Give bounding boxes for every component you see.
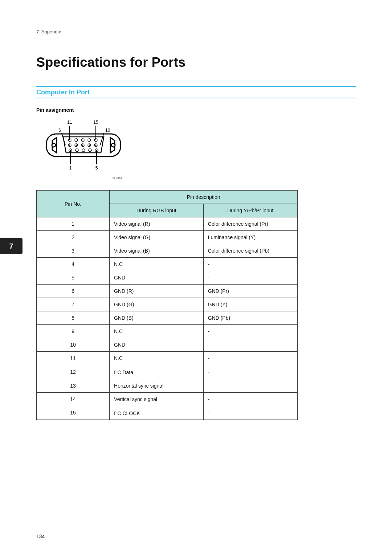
cell-rgb: I2C CLOCK bbox=[110, 406, 204, 420]
table-row: 15I2C CLOCK- bbox=[37, 406, 298, 420]
cell-ypbpr: - bbox=[203, 325, 297, 338]
svg-point-7 bbox=[75, 139, 78, 142]
svg-point-3 bbox=[52, 143, 56, 147]
breadcrumb: 7. Appendix bbox=[36, 29, 356, 34]
cell-ypbpr: - bbox=[203, 392, 297, 406]
table-row: 6GND (R)GND (Pr) bbox=[37, 285, 298, 298]
cell-ypbpr: GND (Pr) bbox=[203, 285, 297, 298]
cell-rgb: GND bbox=[110, 338, 204, 352]
svg-point-19 bbox=[89, 145, 90, 146]
chapter-tab: 7 bbox=[0, 238, 23, 254]
cell-ypbpr: Color difference signal (Pr) bbox=[203, 217, 297, 231]
page-title: Specifications for Ports bbox=[36, 55, 356, 70]
table-row: 12I2C Data- bbox=[37, 365, 298, 379]
cell-pin-no: 10 bbox=[37, 338, 110, 352]
cell-rgb: Horizontal sync signal bbox=[110, 379, 204, 392]
svg-point-23 bbox=[82, 149, 85, 152]
cell-rgb: GND (R) bbox=[110, 285, 204, 298]
subheading: Pin assignment bbox=[36, 107, 356, 113]
table-row: 3Video signal (B)Color difference signal… bbox=[37, 244, 298, 258]
cell-rgb: N.C bbox=[110, 258, 204, 271]
svg-point-17 bbox=[76, 145, 77, 146]
cell-pin-no: 9 bbox=[37, 325, 110, 338]
cell-ypbpr: - bbox=[203, 258, 297, 271]
cell-pin-no: 3 bbox=[37, 244, 110, 258]
th-rgb: During RGB input bbox=[110, 204, 204, 217]
cell-pin-no: 1 bbox=[37, 217, 110, 231]
th-pin-description: Pin description bbox=[110, 191, 298, 204]
cell-pin-no: 12 bbox=[37, 365, 110, 379]
cell-ypbpr: - bbox=[203, 338, 297, 352]
pin-label-5: 5 bbox=[95, 165, 98, 171]
cell-pin-no: 15 bbox=[37, 406, 110, 420]
svg-point-16 bbox=[69, 145, 70, 146]
th-pin-no: Pin No. bbox=[37, 191, 110, 217]
table-row: 2Video signal (G)Luminance signal (Y) bbox=[37, 231, 298, 244]
cell-pin-no: 7 bbox=[37, 298, 110, 311]
cell-ypbpr: - bbox=[203, 352, 297, 365]
table-row: 10GND- bbox=[37, 338, 298, 352]
pin-table-body: 1Video signal (R)Color difference signal… bbox=[37, 217, 298, 420]
svg-point-8 bbox=[81, 139, 84, 142]
cell-pin-no: 8 bbox=[37, 311, 110, 325]
cell-ypbpr: GND (Pb) bbox=[203, 311, 297, 325]
cell-pin-no: 4 bbox=[37, 258, 110, 271]
cell-pin-no: 13 bbox=[37, 379, 110, 392]
pin-label-6: 6 bbox=[58, 128, 61, 133]
table-row: 7GND (G)GND (Y) bbox=[37, 298, 298, 311]
cell-ypbpr: - bbox=[203, 406, 297, 420]
cell-ypbpr: - bbox=[203, 379, 297, 392]
cell-rgb: N.C bbox=[110, 325, 204, 338]
svg-point-4 bbox=[111, 143, 115, 147]
th-ypbpr: During Y/Pb/Pr input bbox=[203, 204, 297, 217]
svg-point-24 bbox=[89, 149, 91, 152]
diagram-code: CLB064 bbox=[113, 177, 131, 179]
pin-label-11: 11 bbox=[67, 120, 72, 125]
table-row: 14Vertical sync signal- bbox=[37, 392, 298, 406]
cell-rgb: Video signal (G) bbox=[110, 231, 204, 244]
cell-rgb: I2C Data bbox=[110, 365, 204, 379]
cell-rgb: GND bbox=[110, 271, 204, 285]
pin-assignment-table: Pin No. Pin description During RGB input… bbox=[36, 190, 298, 420]
pin-label-1: 1 bbox=[69, 165, 72, 171]
cell-rgb: Video signal (R) bbox=[110, 217, 204, 231]
cell-ypbpr: - bbox=[203, 271, 297, 285]
svg-point-9 bbox=[88, 139, 91, 142]
pin-label-10: 10 bbox=[105, 128, 110, 133]
page-number: 134 bbox=[36, 533, 45, 539]
cell-rgb: Video signal (B) bbox=[110, 244, 204, 258]
svg-point-22 bbox=[75, 149, 78, 152]
table-row: 8GND (B)GND (Pb) bbox=[37, 311, 298, 325]
cell-ypbpr: GND (Y) bbox=[203, 298, 297, 311]
table-row: 1Video signal (R)Color difference signal… bbox=[37, 217, 298, 231]
pin-label-15: 15 bbox=[93, 120, 98, 125]
cell-ypbpr: - bbox=[203, 365, 297, 379]
section-rule-bottom bbox=[36, 98, 356, 98]
table-row: 5GND- bbox=[37, 271, 298, 285]
table-row: 4N.C- bbox=[37, 258, 298, 271]
cell-pin-no: 5 bbox=[37, 271, 110, 285]
cell-pin-no: 11 bbox=[37, 352, 110, 365]
connector-diagram: 11 15 6 10 1 5 CLB064 bbox=[36, 116, 131, 179]
cell-rgb: GND (B) bbox=[110, 311, 204, 325]
table-row: 13Horizontal sync signal- bbox=[37, 379, 298, 392]
cell-pin-no: 14 bbox=[37, 392, 110, 406]
table-row: 11N.C- bbox=[37, 352, 298, 365]
cell-rgb: N.C bbox=[110, 352, 204, 365]
cell-ypbpr: Color difference signal (Pb) bbox=[203, 244, 297, 258]
section-heading-block: Computer In Port bbox=[36, 86, 356, 98]
svg-point-18 bbox=[82, 145, 83, 146]
cell-rgb: GND (G) bbox=[110, 298, 204, 311]
svg-point-20 bbox=[95, 145, 96, 146]
cell-rgb: Vertical sync signal bbox=[110, 392, 204, 406]
cell-pin-no: 6 bbox=[37, 285, 110, 298]
db15-connector-icon: 11 15 6 10 1 5 bbox=[36, 116, 131, 175]
cell-ypbpr: Luminance signal (Y) bbox=[203, 231, 297, 244]
cell-pin-no: 2 bbox=[37, 231, 110, 244]
section-title: Computer In Port bbox=[36, 87, 356, 98]
table-row: 9N.C- bbox=[37, 325, 298, 338]
